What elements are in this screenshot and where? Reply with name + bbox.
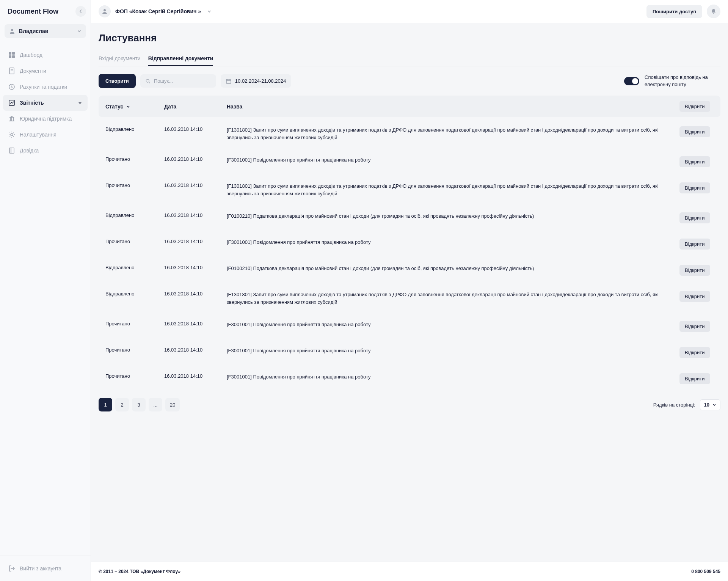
open-button[interactable]: Відкрити [679,239,710,250]
page-last[interactable]: 20 [165,398,180,411]
row-date: 16.03.2018 14:10 [164,265,227,270]
nav-item-reports[interactable]: Звітність [3,95,88,111]
row-title: [F1301801] Запит про суми виплачених дох… [227,126,679,141]
rows-per-value: 10 [704,402,709,408]
open-button[interactable]: Відкрити [679,156,710,167]
create-button[interactable]: Створити [99,74,136,88]
tab-sent[interactable]: Відправленні документи [148,52,213,66]
nav-item-documents[interactable]: Документи [3,63,88,79]
nav-item-invoices[interactable]: $ Рахунки та податки [3,79,88,95]
search-box[interactable] [140,74,216,88]
main: ФОП «Козак Сергій Сергійович » Поширити … [91,0,728,581]
svg-rect-13 [11,118,12,121]
user-icon [9,28,15,34]
col-title: Назва [227,104,679,110]
nav-label: Довідка [20,148,39,154]
money-icon: $ [8,83,15,90]
row-date: 16.03.2018 14:10 [164,182,227,188]
col-action: Відкрити [679,101,714,112]
gear-icon [8,131,15,138]
svg-rect-2 [12,52,15,55]
page-title: Листування [99,32,720,44]
open-button[interactable]: Відкрити [679,373,710,384]
row-date: 16.03.2018 14:10 [164,126,227,132]
table-body: Відправлено 16.03.2018 14:10 [F1301801] … [99,120,720,390]
page-1[interactable]: 1 [99,398,112,411]
nav-item-settings[interactable]: Налаштування [3,127,88,143]
logout-button[interactable]: Вийти з аккаунта [3,561,88,576]
org-chevron-icon[interactable] [207,9,212,14]
svg-rect-21 [226,79,231,83]
row-status: Відправлено [105,212,164,218]
col-status[interactable]: Статус [105,104,164,110]
sidebar-footer: Вийти з аккаунта [0,556,91,581]
page-3[interactable]: 3 [132,398,146,411]
chevron-down-icon [77,29,82,33]
user-icon [102,8,108,14]
row-status: Прочитано [105,239,164,244]
open-button[interactable]: Відкрити [679,321,710,332]
chevron-down-icon [126,105,130,108]
svg-point-15 [11,133,13,136]
search-icon [146,79,150,84]
search-input[interactable] [154,78,211,84]
open-button[interactable]: Відкрити [679,347,710,358]
user-name: Владислав [19,28,73,34]
page-2[interactable]: 2 [115,398,129,411]
notify-toggle-label: Сповіщати про відповідь на електронну по… [645,74,720,88]
row-status: Відправлено [105,291,164,297]
rows-per-select[interactable]: 10 [700,399,720,410]
row-action: Відкрити [679,239,714,250]
row-status: Відправлено [105,265,164,270]
content: Листування Вхідні документи Відправленні… [91,23,728,562]
nav-item-dashboard[interactable]: Дашборд [3,47,88,63]
share-access-button[interactable]: Поширити доступ [646,5,702,18]
row-action: Відкрити [679,291,714,302]
controls: Створити 10.02.2024-21.08.2024 Сповіщати… [99,74,720,88]
table-row: Відправлено 16.03.2018 14:10 [F0100210] … [99,259,720,282]
document-icon [8,68,15,74]
svg-rect-4 [12,55,15,58]
row-date: 16.03.2018 14:10 [164,239,227,244]
open-button[interactable]: Відкрити [679,212,710,223]
row-status: Прочитано [105,347,164,353]
row-title: [F3001001] Повідомлення про прийняття пр… [227,373,679,381]
tab-inbox[interactable]: Вхідні документи [99,52,141,66]
dashboard-icon [8,52,15,58]
svg-rect-16 [9,148,14,153]
nav-label: Документи [20,68,46,74]
page-ellipsis[interactable]: ... [149,398,162,411]
row-action: Відкрити [679,347,714,358]
row-action: Відкрити [679,156,714,167]
row-date: 16.03.2018 14:10 [164,321,227,327]
row-action: Відкрити [679,182,714,193]
row-action: Відкрити [679,321,714,332]
nav-item-help[interactable]: Довідка [3,143,88,159]
row-status: Прочитано [105,182,164,188]
date-range-picker[interactable]: 10.02.2024-21.08.2024 [221,74,291,88]
svg-point-0 [11,29,13,31]
svg-rect-14 [13,118,14,121]
notify-toggle[interactable] [624,77,639,85]
nav-label: Юридична підтримка [20,116,72,122]
row-status: Прочитано [105,321,164,327]
report-icon [8,99,15,106]
table-row: Прочитано 16.03.2018 14:10 [F1301801] За… [99,176,720,203]
logout-label: Вийти з аккаунта [20,565,61,572]
rows-per-label: Рядків на сторінці: [653,402,695,408]
footer: © 2011 – 2024 ТОВ «Документ Флоу» 0 800 … [91,562,728,581]
bell-icon [711,8,717,14]
open-button[interactable]: Відкрити [679,265,710,276]
notify-toggle-wrap: Сповіщати про відповідь на електронну по… [624,74,720,88]
nav-item-legal[interactable]: Юридична підтримка [3,111,88,127]
notifications-button[interactable] [707,5,720,18]
open-button[interactable]: Відкрити [679,126,710,137]
open-button[interactable]: Відкрити [679,291,710,302]
help-icon [8,147,15,154]
row-date: 16.03.2018 14:10 [164,212,227,218]
svg-rect-12 [10,118,11,121]
user-selector[interactable]: Владислав [5,24,86,38]
open-button[interactable]: Відкрити [679,182,710,193]
sidebar-collapse-button[interactable] [75,6,86,17]
header-open-button[interactable]: Відкрити [679,101,710,112]
